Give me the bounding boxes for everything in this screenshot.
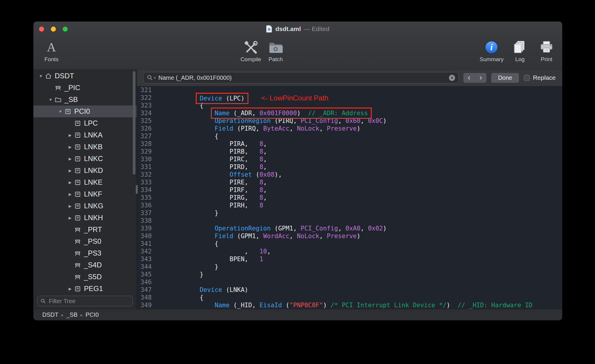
window-header: dsdt.aml — Edited AFonts CompilePatch iS… [33, 22, 562, 69]
line-number: 334 [137, 186, 152, 194]
sidebar-item-peg1[interactable]: ▶PEG1 [33, 283, 137, 295]
line-number: 345 [137, 271, 152, 278]
line-number: 323 [137, 102, 152, 109]
code-line: PIRH, 8 [170, 202, 562, 209]
filter-tree-input[interactable] [48, 298, 130, 305]
toolbar-button-label: Compile [240, 56, 261, 63]
sidebar-item-dsdt[interactable]: ▼DSDT [33, 70, 137, 82]
summary-info-icon: i [485, 39, 498, 56]
svg-text:i: i [490, 42, 493, 52]
titlebar[interactable]: dsdt.aml — Edited [33, 22, 562, 36]
code-lines[interactable]: Device (LPC)<- LowPinCount Path { Name (… [156, 86, 562, 309]
disclosure-triangle-icon[interactable]: ▶ [66, 180, 74, 185]
sidebar-tree: ▼DSDT_PIC▼_SB▼PCI0LPC▶LNKA▶LNKB▶LNKC▶LNK… [33, 69, 137, 295]
sidebar-item-label: PCI0 [74, 107, 90, 116]
home-icon [45, 72, 54, 80]
device-icon [74, 120, 83, 127]
code-line: Name (_HID, EisaId ("PNP0C0F") /* PCI In… [170, 301, 562, 309]
search-input[interactable] [158, 74, 447, 82]
breadcrumb-item[interactable]: PCI0 [85, 311, 98, 318]
code-line [170, 86, 562, 94]
disclosure-triangle-icon[interactable]: ▶ [66, 216, 74, 220]
printer-icon [539, 39, 554, 56]
disclosure-triangle-icon[interactable]: ▶ [66, 192, 74, 196]
sidebar-item-s4d[interactable]: _S4D [33, 259, 137, 271]
sidebar-scrollbar-thumb[interactable] [133, 71, 135, 175]
find-previous-button[interactable]: ‹ [463, 73, 475, 83]
device-icon [74, 191, 83, 198]
sidebar-item-lnkb[interactable]: ▶LNKB [33, 141, 137, 153]
sidebar-item-sb[interactable]: ▼_SB [33, 94, 137, 105]
toolbar-button-label: Fonts [44, 56, 59, 63]
disclosure-triangle-icon[interactable]: ▶ [66, 287, 74, 291]
sidebar-item-pic[interactable]: _PIC [33, 82, 137, 94]
toolbar-button-log[interactable]: Log [510, 39, 530, 63]
toolbar-button-compile[interactable]: Compile [240, 39, 261, 63]
method-icon [54, 84, 64, 92]
sidebar: ▼DSDT_PIC▼_SB▼PCI0LPC▶LNKA▶LNKB▶LNKC▶LNK… [33, 69, 137, 309]
method-icon [74, 238, 83, 245]
code-editor[interactable]: 3213223233243253263273283293303313323333… [137, 86, 562, 309]
divider-grip[interactable] [136, 185, 138, 194]
window-content: ▼DSDT_PIC▼_SB▼PCI0LPC▶LNKA▶LNKB▶LNKC▶LNK… [33, 69, 562, 309]
disclosure-triangle-icon[interactable]: ▶ [66, 204, 74, 208]
line-number: 337 [137, 209, 152, 217]
toolbar-button-print[interactable]: Print [536, 39, 557, 63]
code-line: { [170, 132, 562, 140]
sidebar-item-s5d[interactable]: _S5D [33, 271, 137, 283]
sidebar-item-label: _S4D [83, 261, 102, 269]
compile-tools-icon [243, 39, 258, 56]
fonts-a-icon: A [45, 39, 58, 56]
toolbar-group-center: CompilePatch [240, 39, 286, 63]
folder-icon [54, 96, 64, 103]
close-button[interactable] [39, 27, 44, 32]
sidebar-item-lpc[interactable]: LPC [33, 117, 137, 129]
toolbar-button-fonts[interactable]: AFonts [41, 39, 62, 63]
sidebar-item-lnkg[interactable]: ▶LNKG [33, 200, 137, 212]
line-number: 326 [137, 125, 152, 132]
sidebar-item-ps0[interactable]: _PS0 [33, 235, 137, 247]
search-field[interactable]: ▾ ✕ [143, 72, 459, 83]
sidebar-item-lnkh[interactable]: ▶LNKH [33, 212, 137, 224]
sidebar-item-label: _PS0 [83, 237, 101, 246]
replace-option[interactable]: Replace [524, 74, 556, 81]
sidebar-item-label: LNKC [83, 155, 103, 163]
sidebar-item-lnkf[interactable]: ▶LNKF [33, 188, 137, 200]
filter-tree-field[interactable] [37, 296, 133, 306]
disclosure-triangle-icon[interactable]: ▼ [47, 98, 54, 102]
clear-search-icon[interactable]: ✕ [449, 75, 455, 81]
disclosure-triangle-icon[interactable]: ▶ [66, 145, 74, 149]
search-icon[interactable] [147, 75, 153, 81]
sidebar-item-label: LNKG [83, 202, 103, 210]
zoom-button[interactable] [63, 27, 68, 32]
line-number: 321 [137, 86, 152, 94]
sidebar-item-ps3[interactable]: _PS3 [33, 247, 137, 259]
code-line: Field (GPM1, WordAcc, NoLock, Preserve) [170, 232, 562, 240]
toolbar-button-summary[interactable]: iSummary [480, 39, 504, 63]
disclosure-triangle-icon[interactable]: ▶ [66, 157, 74, 161]
disclosure-triangle-icon[interactable]: ▼ [56, 109, 64, 114]
breadcrumb-item[interactable]: _SB [66, 311, 77, 318]
toolbar: AFonts CompilePatch iSummaryLogPrint [33, 36, 562, 69]
breadcrumb-item[interactable]: DSDT [42, 311, 58, 318]
code-line: PIRF, 8, [170, 186, 562, 194]
find-next-button[interactable]: › [475, 73, 486, 83]
sidebar-item-pci0[interactable]: ▼PCI0 [33, 105, 137, 117]
disclosure-triangle-icon[interactable]: ▶ [66, 133, 74, 137]
disclosure-triangle-icon[interactable]: ▼ [37, 74, 45, 78]
code-line: { [170, 102, 562, 109]
toolbar-button-patch[interactable]: Patch [265, 39, 286, 63]
sidebar-item-lnkd[interactable]: ▶LNKD [33, 165, 137, 176]
chevron-down-icon[interactable]: ▾ [154, 76, 156, 80]
traffic-lights [39, 22, 68, 36]
sidebar-item-lnkc[interactable]: ▶LNKC [33, 153, 137, 165]
disclosure-triangle-icon[interactable]: ▶ [66, 168, 74, 173]
sidebar-divider[interactable] [137, 69, 137, 309]
minimize-button[interactable] [51, 27, 56, 32]
sidebar-item-prt[interactable]: _PRT [33, 224, 137, 235]
sidebar-item-lnke[interactable]: ▶LNKE [33, 176, 137, 188]
replace-checkbox[interactable] [524, 75, 530, 81]
done-button[interactable]: Done [491, 73, 519, 83]
sidebar-item-label: LPC [83, 119, 98, 127]
sidebar-item-lnka[interactable]: ▶LNKA [33, 129, 137, 141]
